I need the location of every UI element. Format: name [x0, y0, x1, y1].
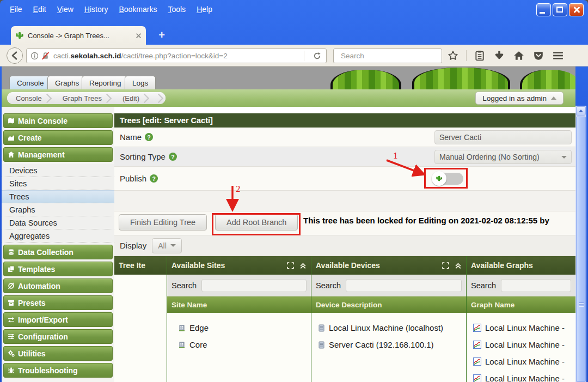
sidebar-section-create[interactable]: Create: [3, 130, 113, 145]
search-box[interactable]: [333, 48, 442, 63]
sidebar-section-import-export[interactable]: Import/Export: [3, 312, 113, 327]
collapse-icon[interactable]: [299, 262, 307, 269]
insecure-lock-icon[interactable]: [41, 52, 50, 60]
graph-row[interactable]: Local Linux Machine -: [467, 319, 575, 336]
field-row-publish: Publish ?: [114, 167, 575, 191]
close-tab-icon[interactable]: [136, 33, 142, 39]
sidebar-section-management[interactable]: Management: [3, 147, 113, 162]
device-row[interactable]: Local Linux Machine (localhost): [311, 319, 466, 336]
collapse-icon[interactable]: [455, 262, 462, 269]
maximize-button[interactable]: [553, 3, 567, 16]
help-icon[interactable]: ?: [145, 133, 153, 141]
menu-view[interactable]: View: [53, 3, 78, 15]
sites-search-input[interactable]: [201, 279, 307, 292]
site-row-core[interactable]: Core: [167, 336, 311, 353]
device-row[interactable]: Server Cacti (192.168.100.1): [311, 336, 466, 353]
sorting-type-select[interactable]: Manual Ordering (No Sorting): [434, 150, 572, 164]
graph-icon: [473, 341, 481, 349]
sidebar-item-graphs[interactable]: Graphs: [2, 203, 114, 216]
graph-name-column-header[interactable]: Graph Name: [467, 296, 575, 313]
devices-search-input[interactable]: [346, 279, 462, 292]
reading-list-button[interactable]: [473, 49, 486, 62]
sidebar-item-label: Sites: [9, 179, 27, 188]
sidebar-section-templates[interactable]: Templates: [3, 262, 113, 276]
device-description-column-header[interactable]: Device Description: [311, 296, 466, 313]
breadcrumb-console[interactable]: Console: [7, 92, 54, 104]
panel-title-text: Trees [edit: Server Cacti]: [120, 116, 213, 125]
sidebar-section-configuration[interactable]: Configuration: [3, 329, 113, 344]
scrollbar-thumb[interactable]: [576, 117, 586, 382]
reload-button[interactable]: [308, 52, 326, 60]
name-input[interactable]: [434, 130, 572, 144]
import-export-icon: [8, 316, 15, 323]
graph-row[interactable]: Local Linux Machine -: [467, 370, 575, 382]
breadcrumb-bar: Console Graph Trees (Edit) Logged in as …: [2, 89, 575, 107]
breadcrumb-graph-trees[interactable]: Graph Trees: [54, 92, 114, 104]
site-row-edge[interactable]: Edge: [167, 319, 311, 336]
sidebar-section-presets[interactable]: Presets: [3, 295, 113, 310]
graph-row[interactable]: Local Linux Machine -: [467, 336, 575, 353]
publish-label: Publish: [120, 174, 146, 183]
tab-graphs[interactable]: Graphs: [47, 76, 87, 89]
sidebar-section-troubleshooting[interactable]: Troubleshooting: [3, 363, 113, 378]
graphs-search-input[interactable]: [501, 279, 571, 292]
sidebar-section-utilities[interactable]: Utilities: [3, 346, 113, 361]
minimize-button[interactable]: [536, 3, 551, 16]
display-label: Display: [120, 241, 146, 250]
url-bar[interactable]: cacti.sekolah.sch.id/cacti/tree.php?acti…: [26, 48, 327, 63]
page-scrollbar[interactable]: [575, 106, 586, 382]
menu-edit[interactable]: Edit: [29, 3, 51, 15]
sidebar-section-main-console[interactable]: Main Console: [3, 113, 113, 128]
tab-logs[interactable]: Logs: [125, 76, 156, 89]
hamburger-menu-button[interactable]: [552, 49, 565, 62]
copy-icon: [8, 265, 15, 272]
navigation-toolbar: cacti.sekolah.sch.id/cacti/tree.php?acti…: [0, 45, 588, 66]
sidebar-section-label: Templates: [18, 265, 55, 274]
close-button[interactable]: [569, 3, 584, 16]
sidebar-item-aggregates[interactable]: Aggregates: [2, 229, 114, 242]
scroll-up-button[interactable]: [576, 106, 586, 116]
menu-bookmarks[interactable]: Bookmarks: [114, 3, 161, 15]
available-sites-label: Available Sites: [171, 261, 281, 270]
expand-icon[interactable]: [287, 262, 294, 269]
tab-console[interactable]: Console: [9, 76, 52, 89]
sidebar-item-devices[interactable]: Devices: [2, 164, 114, 177]
display-filter-select[interactable]: All: [152, 238, 182, 253]
publish-toggle[interactable]: [433, 173, 463, 185]
breadcrumb-tail: [151, 92, 166, 104]
scrollbar-grip: [579, 302, 584, 307]
sidebar-item-data-sources[interactable]: Data Sources: [2, 216, 114, 229]
menu-help[interactable]: Help: [192, 3, 217, 15]
tree-items-body: [114, 275, 167, 382]
bookmark-star-button[interactable]: [446, 49, 460, 62]
info-icon[interactable]: [30, 52, 39, 60]
browser-tab[interactable]: Console -> Graph Trees...: [11, 26, 146, 45]
cacti-banner: Console Graphs Reporting Logs: [2, 66, 575, 89]
finish-editing-tree-button[interactable]: Finish Editing Tree: [119, 214, 207, 231]
tab-strip: Console -> Graph Trees... +: [0, 20, 588, 45]
help-icon[interactable]: ?: [150, 174, 158, 183]
tab-reporting[interactable]: Reporting: [82, 76, 129, 89]
menu-tools[interactable]: Tools: [163, 3, 190, 15]
add-root-branch-button[interactable]: Add Root Branch: [215, 214, 298, 231]
site-name-column-header[interactable]: Site Name: [167, 296, 311, 313]
available-devices-label: Available Devices: [316, 261, 437, 270]
graph-row[interactable]: Local Linux Machine -: [467, 353, 575, 370]
sidebar-section-automation[interactable]: Automation: [3, 278, 113, 293]
gears-icon: [8, 350, 15, 357]
menu-file[interactable]: File: [5, 3, 27, 15]
sidebar-section-data-collection[interactable]: Data Collection: [3, 245, 113, 259]
menu-history[interactable]: History: [80, 3, 113, 15]
downloads-button[interactable]: [493, 49, 506, 62]
logged-in-button[interactable]: Logged in as admin: [475, 92, 564, 105]
home-button[interactable]: [512, 49, 525, 62]
new-tab-button[interactable]: +: [154, 28, 170, 43]
sidebar-item-sites[interactable]: Sites: [2, 177, 114, 190]
expand-icon[interactable]: [442, 262, 449, 269]
help-icon[interactable]: ?: [169, 153, 177, 161]
back-button[interactable]: [7, 47, 23, 64]
building-icon: [178, 341, 186, 349]
search-input[interactable]: [340, 51, 438, 60]
sidebar-item-trees[interactable]: Trees: [2, 190, 114, 203]
pocket-button[interactable]: [532, 49, 545, 62]
